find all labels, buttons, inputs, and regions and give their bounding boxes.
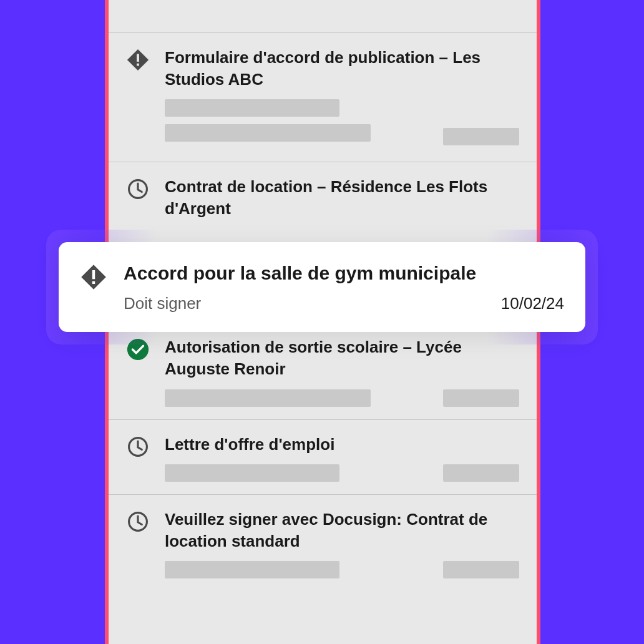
list-item-placeholder [109,0,537,32]
skeleton-line [443,128,519,145]
document-title: Accord pour la salle de gym municipale [124,261,564,285]
highlight-card-wrap: Accord pour la salle de gym municipale D… [46,230,598,344]
list-item[interactable]: Veuillez signer avec Docusign: Contrat d… [109,495,537,591]
skeleton-line [165,389,371,407]
clock-icon [126,510,150,534]
document-title: Contrat de location – Résidence Les Flot… [165,176,519,220]
skeleton-line [443,561,519,578]
skeleton-line [165,99,339,117]
skeleton-line [443,389,519,407]
alert-icon [126,48,150,72]
list-item[interactable]: Formulaire d'accord de publication – Les… [109,33,537,162]
clock-icon [126,435,150,459]
document-title: Formulaire d'accord de publication – Les… [165,47,519,90]
svg-rect-7 [92,281,95,284]
skeleton-line [165,561,339,578]
document-title: Lettre d'offre d'emploi [165,434,519,456]
svg-rect-6 [92,270,95,279]
svg-rect-1 [137,64,139,66]
alert-icon [80,263,107,291]
document-date: 10/02/24 [501,294,564,313]
list-item[interactable]: Lettre d'offre d'emploi [109,420,537,494]
svg-rect-0 [137,54,139,62]
status-label: Doit signer [124,294,201,313]
document-title: Veuillez signer avec Docusign: Contrat d… [165,509,519,552]
skeleton-line [443,464,519,482]
skeleton-line [165,124,371,142]
highlight-card[interactable]: Accord pour la salle de gym municipale D… [59,242,585,332]
skeleton-line [165,464,339,482]
clock-icon [126,177,150,201]
